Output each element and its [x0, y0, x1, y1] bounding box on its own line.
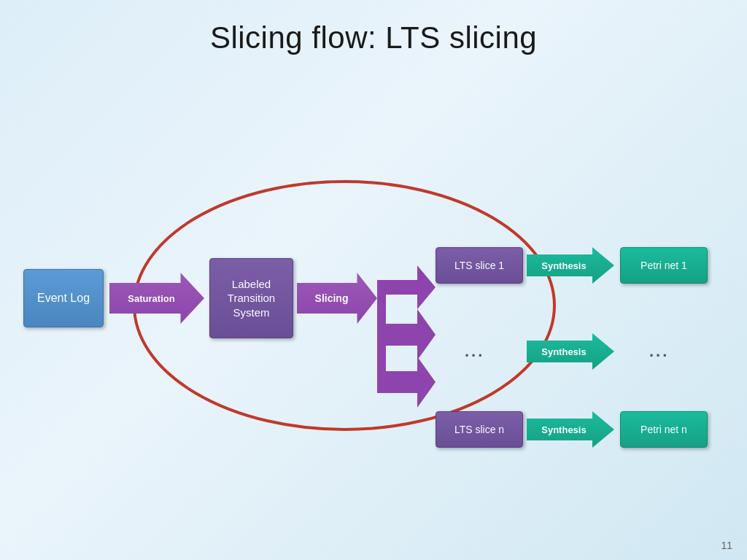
diagram-area: Event Log Saturation Labeled Transition … — [0, 80, 747, 516]
lts-slice-n-box: LTS slice n — [436, 411, 523, 448]
petri-net-1-box: Petri net 1 — [620, 247, 708, 284]
dots-middle: ... — [465, 342, 484, 361]
page-number: 11 — [721, 540, 732, 551]
flow-wrapper: Event Log Saturation Labeled Transition … — [16, 160, 731, 437]
petri-net-n-box: Petri net n — [620, 411, 708, 448]
slide-title: Slicing flow: LTS slicing — [0, 0, 747, 55]
event-log-box: Event Log — [23, 269, 104, 327]
lts-box: Labeled Transition System — [209, 258, 293, 338]
dots-right-middle: ... — [649, 342, 669, 361]
fork-shape — [377, 240, 436, 429]
svg-rect-4 — [377, 287, 386, 382]
lts-slice-1-box: LTS slice 1 — [436, 247, 523, 284]
